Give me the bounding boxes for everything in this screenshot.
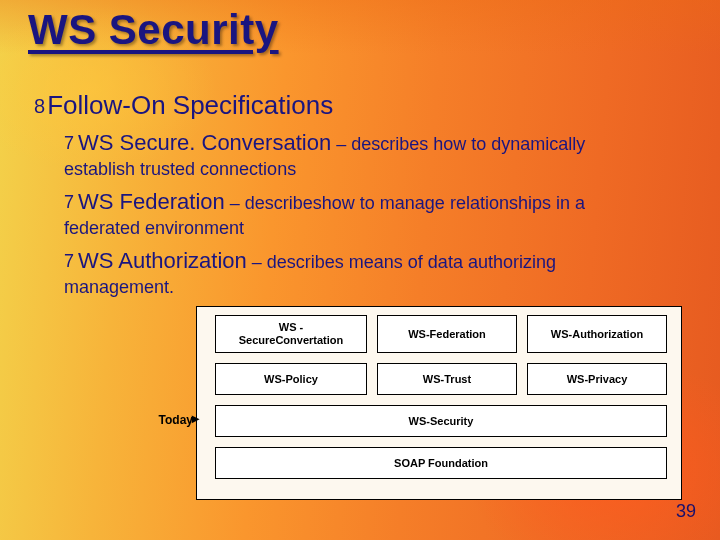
section-heading: 8Follow-On Specifications: [34, 90, 696, 121]
item-desc: describes means of data authorizing: [267, 252, 556, 272]
page-title: WS Security: [28, 6, 279, 54]
arrow-icon: ▸: [189, 413, 201, 423]
diagram-cell: WS - SecureConvertation: [215, 315, 367, 353]
item-desc-cont: management.: [64, 277, 696, 299]
item-dash: –: [225, 193, 245, 213]
page-number: 39: [676, 501, 696, 522]
section-text: Follow-On Specifications: [47, 90, 333, 120]
bullet-icon: 7: [64, 191, 74, 214]
item-desc: describeshow to manage relationships in …: [245, 193, 585, 213]
list-item: 7WS Federation – describeshow to manage …: [64, 188, 696, 216]
diagram-cell: WS-Federation: [377, 315, 517, 353]
bullet-icon: 7: [64, 250, 74, 273]
item-dash: –: [331, 134, 351, 154]
bullet-icon: 8: [34, 95, 45, 118]
diagram-cell: WS-Trust: [377, 363, 517, 395]
diagram-cell: WS-Authorization: [527, 315, 667, 353]
slide: WS Security 8Follow-On Specifications 7W…: [0, 0, 720, 540]
diagram-cell: WS-Policy: [215, 363, 367, 395]
body: 8Follow-On Specifications 7WS Secure. Co…: [34, 90, 696, 306]
list-item: 7WS Authorization – describes means of d…: [64, 247, 696, 275]
item-term: WS Secure. Conversation: [78, 130, 331, 155]
diagram-cell: SOAP Foundation: [215, 447, 667, 479]
architecture-diagram: Today ▸ WS - SecureConvertation WS-Feder…: [196, 306, 682, 500]
item-term: WS Federation: [78, 189, 225, 214]
item-desc-cont: federated environment: [64, 218, 696, 240]
item-desc-cont: establish trusted connections: [64, 159, 696, 181]
item-dash: –: [247, 252, 267, 272]
bullet-icon: 7: [64, 132, 74, 155]
diagram-cell: WS-Security: [215, 405, 667, 437]
diagram-today-label: Today: [133, 413, 193, 427]
diagram-cell: WS-Privacy: [527, 363, 667, 395]
item-desc: describes how to dynamically: [351, 134, 585, 154]
list-item: 7WS Secure. Conversation – describes how…: [64, 129, 696, 157]
item-term: WS Authorization: [78, 248, 247, 273]
